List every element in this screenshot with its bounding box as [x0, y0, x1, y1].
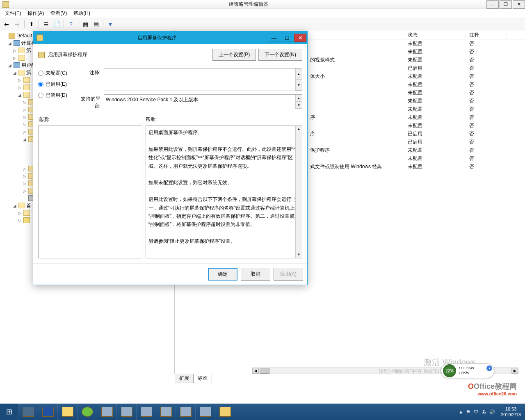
forward-button[interactable]: ➡: [12, 19, 22, 29]
tab-standard[interactable]: 标准: [193, 374, 212, 383]
taskbar-explorer[interactable]: [57, 404, 77, 420]
dialog-maximize-button[interactable]: ☐: [281, 34, 293, 42]
close-button[interactable]: ✕: [513, 0, 525, 9]
policy-heading: 启用屏幕保护程序: [48, 51, 210, 58]
system-tray: ▲ ⚑ 🛡 🖧 🔊 16:53 2019/2/18: [457, 404, 525, 420]
menu-help[interactable]: 帮助(H): [70, 9, 94, 18]
taskbar-ie[interactable]: [77, 404, 97, 420]
tool2-button[interactable]: ▤: [91, 19, 101, 29]
taskbar-clock[interactable]: 16:53 2019/2/18: [497, 406, 525, 418]
spin-down-icon[interactable]: ▼: [296, 80, 302, 91]
start-button[interactable]: ⊞: [0, 404, 18, 420]
taskbar-powershell[interactable]: [38, 404, 57, 420]
policy-settings-dialog: 启用屏幕保护程序 — ☐ ✕ 启用屏幕保护程序 上一个设置(P) 下一个设置(N…: [33, 31, 308, 285]
help-text: 如果禁用此设置，则屏幕保护程序不会运行。此外，此设置还禁用“个性化”或“显示控制…: [148, 145, 299, 170]
tray-flag-icon[interactable]: ⚑: [465, 409, 472, 415]
spin-up-icon[interactable]: ▲: [296, 68, 302, 80]
tray-shield-icon[interactable]: 🛡: [472, 409, 480, 414]
separator: [103, 20, 103, 28]
help-text: 如果未配置此设置，则它对系统无效。: [148, 178, 299, 187]
label-note: 注释:: [79, 68, 104, 91]
tab-extended[interactable]: 扩展: [175, 374, 194, 383]
scroll-up-icon[interactable]: ▲: [296, 126, 302, 132]
label-help: 帮助:: [146, 116, 157, 123]
label-options: 选项:: [38, 116, 146, 123]
taskbar-server-manager[interactable]: [18, 404, 38, 420]
download-speed: ↓ 0K/s: [459, 371, 474, 376]
radio-not-configured[interactable]: 未配置(C): [38, 70, 75, 77]
spin-down-icon[interactable]: ▼: [296, 102, 302, 109]
separator: [78, 20, 78, 28]
dialog-titlebar[interactable]: 启用屏幕保护程序 — ☐ ✕: [33, 32, 307, 44]
dialog-title: 启用屏幕保护程序: [46, 34, 268, 41]
help-button[interactable]: ?: [66, 19, 76, 29]
network-speed-widget[interactable]: 22% ↑ 0.03K/s ↓ 0K/s •: [441, 363, 494, 378]
taskbar-app[interactable]: [176, 404, 195, 420]
col-note[interactable]: 注释: [466, 30, 507, 39]
dialog-minimize-button[interactable]: —: [268, 34, 280, 42]
window-title: 组策略管理编辑器: [11, 1, 486, 8]
up-button[interactable]: ⬆: [27, 19, 37, 29]
ok-button[interactable]: 确定: [208, 268, 237, 281]
filter-button[interactable]: ▼: [105, 19, 115, 29]
help-text: 另请参阅“阻止更改屏幕保护程序”设置。: [148, 237, 299, 245]
tray-sound-icon[interactable]: 🔊: [488, 409, 497, 415]
taskbar-app[interactable]: [97, 404, 116, 420]
scroll-down-icon[interactable]: ▼: [296, 251, 302, 258]
export-button[interactable]: 📄: [52, 19, 62, 29]
cancel-button[interactable]: 取消: [241, 268, 270, 281]
help-text: 启用桌面屏幕保护程序。: [148, 128, 299, 137]
tray-network-icon[interactable]: 🖧: [480, 409, 488, 414]
main-titlebar: 组策略管理编辑器 — ❐ ✕: [0, 0, 525, 9]
menu-view[interactable]: 查看(V): [47, 9, 70, 18]
back-button[interactable]: ⬅: [2, 19, 11, 29]
radio-disabled[interactable]: 已禁用(D): [38, 92, 75, 99]
taskbar-app[interactable]: [136, 404, 156, 420]
note-field[interactable]: ▲▼: [104, 68, 302, 91]
apply-button[interactable]: 应用(A): [274, 268, 303, 281]
radio-enabled[interactable]: 已启用(E): [38, 81, 75, 88]
help-text: 启用此设置时，如果符合以下下两个条件，则屏幕保护程序会运行: 第一，通过“可执行…: [148, 195, 299, 229]
toolbar: ⬅ ➡ ⬆ ☰ 📄 ? ▦ ▤ ▼: [0, 18, 525, 30]
show-hide-button[interactable]: ☰: [41, 19, 51, 29]
help-pane[interactable]: 启用桌面屏幕保护程序。 如果禁用此设置，则屏幕保护程序不会运行。此外，此设置还禁…: [146, 126, 302, 258]
previous-setting-button[interactable]: 上一个设置(P): [212, 49, 256, 61]
maximize-button[interactable]: ❐: [500, 0, 512, 9]
label-platform: 支持的平台:: [79, 94, 104, 110]
usage-percent: 22%: [443, 364, 456, 377]
separator: [39, 20, 39, 28]
taskbar: ⊞ ▲ ⚑ 🛡 🖧 🔊 16:53 2019/2/18: [0, 404, 525, 420]
widget-badge[interactable]: •: [486, 365, 492, 371]
menu-file[interactable]: 文件(F): [2, 9, 24, 18]
upload-speed: ↑ 0.03K/s: [459, 366, 474, 371]
taskbar-app[interactable]: [156, 404, 176, 420]
taskbar-app[interactable]: [116, 404, 136, 420]
tray-up-icon[interactable]: ▲: [457, 409, 465, 414]
taskbar-app[interactable]: [195, 404, 215, 420]
separator: [64, 20, 64, 28]
scroll-left-button[interactable]: ◀: [252, 368, 259, 374]
platform-field: Windows 2000 Service Pack 1 及以上版本 ▲▼: [104, 94, 302, 109]
separator: [24, 20, 25, 28]
menu-action[interactable]: 操作(A): [24, 9, 47, 18]
tool1-button[interactable]: ▦: [80, 19, 90, 29]
view-tabs: 扩展 标准: [175, 374, 212, 383]
next-setting-button[interactable]: 下一个设置(N): [258, 49, 302, 61]
spin-up-icon[interactable]: ▲: [296, 95, 302, 102]
dialog-close-button[interactable]: ✕: [294, 34, 306, 42]
col-state[interactable]: 状态: [404, 30, 466, 39]
dialog-icon: [37, 34, 43, 41]
app-icon: [2, 1, 9, 8]
policy-icon: [38, 52, 45, 58]
taskbar-gpedit[interactable]: [215, 404, 235, 420]
minimize-button[interactable]: —: [486, 0, 499, 9]
platform-text: Windows 2000 Service Pack 1 及以上版本: [106, 97, 198, 103]
scroll-thumb[interactable]: [260, 368, 269, 374]
menubar: 文件(F) 操作(A) 查看(V) 帮助(H): [0, 9, 525, 18]
options-pane[interactable]: [38, 126, 142, 258]
scroll-right-button[interactable]: ▶: [511, 368, 518, 374]
site-watermark: OOffice教程网 www.office26.com: [468, 381, 517, 396]
